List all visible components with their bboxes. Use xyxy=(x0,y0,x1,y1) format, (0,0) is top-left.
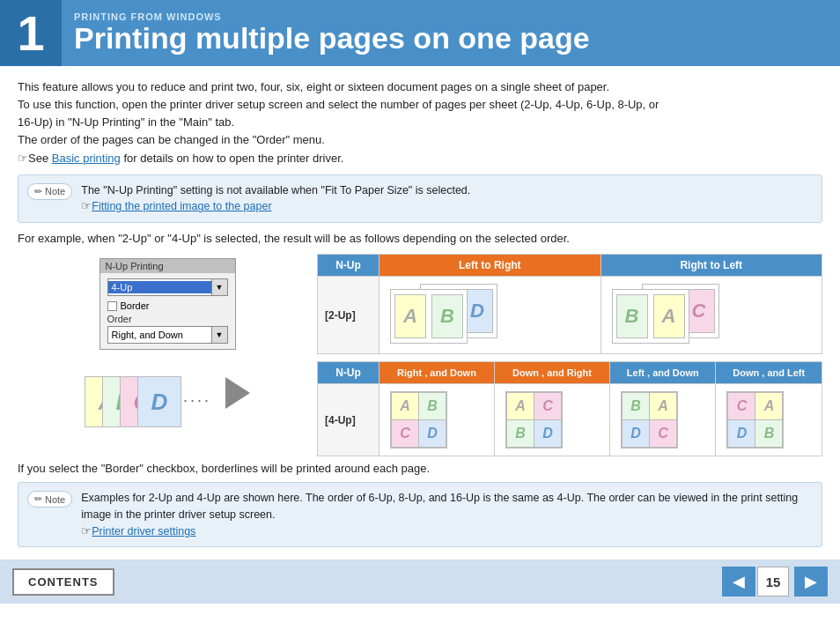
nup-dialog-body: 4-Up ▼ Border Order Right, and Down ▼ xyxy=(100,273,235,349)
basic-printing-link[interactable]: Basic printing xyxy=(52,152,121,165)
4up-dl-c: C xyxy=(728,393,755,419)
table-2up-header-row: N-Up Left to Right Right to Left xyxy=(318,255,822,277)
note-icon-2: ✏ Note xyxy=(27,491,72,508)
border-checkbox[interactable] xyxy=(107,301,117,311)
th-down-left: Down , and Left xyxy=(716,362,822,384)
forward-arrow-icon: ▶ xyxy=(805,572,817,591)
intro-line2: To use this function, open the printer d… xyxy=(18,98,659,111)
contents-button[interactable]: CONTENTS xyxy=(12,568,114,596)
4up-rd-a: A xyxy=(392,393,418,419)
th-ltr: Left to Right xyxy=(379,255,601,277)
right-arrow-icon xyxy=(225,377,250,409)
th-rtl: Right to Left xyxy=(601,255,822,277)
4up-grid-dl: C A D B xyxy=(726,391,784,448)
2up-rtl-front-sheet: B A xyxy=(612,289,689,344)
left-panel: N-Up Printing 4-Up ▼ Border Order Right,… xyxy=(18,254,317,427)
printer-driver-settings-link[interactable]: Printer driver settings xyxy=(92,525,195,537)
back-navigation-button[interactable]: ◀ xyxy=(722,567,755,597)
4up-rd-b: B xyxy=(419,393,446,419)
td-4up-down-left: C A D B xyxy=(716,384,822,456)
th-right-down: Right , and Down xyxy=(379,362,495,384)
fitting-link[interactable]: Fitting the printed image to the paper xyxy=(92,200,271,212)
nup-checkbox-row: Border xyxy=(107,300,228,311)
note2-text: Examples for 2-Up and 4-Up are shown her… xyxy=(81,492,798,521)
th-nup-2up: N-Up xyxy=(318,255,379,277)
nup-dropdown-value: 4-Up xyxy=(108,281,211,293)
note2-content: Examples for 2-Up and 4-Up are shown her… xyxy=(81,490,813,539)
arrow-sample-row: A B C D ···· xyxy=(85,359,250,427)
4up-dl-b: B xyxy=(755,420,782,447)
back-arrow-icon: ◀ xyxy=(733,572,745,591)
header-title: Printing multiple pages on one page xyxy=(74,22,590,55)
nup-dialog-title: N-Up Printing xyxy=(100,259,235,273)
4up-ld-c: C xyxy=(650,420,676,447)
page-header: 1 PRINTING FROM WINDOWS Printing multipl… xyxy=(0,0,840,66)
note2-icon-prefix: ☞ xyxy=(81,525,92,537)
td-4up-right-down: A B C D xyxy=(379,384,495,456)
4up-dr-c: C xyxy=(534,393,561,419)
sample-pages: A B C D ···· xyxy=(85,359,181,427)
nup-dropdown[interactable]: 4-Up ▼ xyxy=(107,278,228,296)
4up-dl-d: D xyxy=(728,420,755,447)
note-box-2: ✏ Note Examples for 2-Up and 4-Up are sh… xyxy=(18,482,822,547)
chapter-number-box: 1 xyxy=(0,0,62,66)
intro-line5-suffix: for details on how to open the printer d… xyxy=(121,152,344,165)
sample-page-d: D xyxy=(137,376,181,427)
right-panel: N-Up Left to Right Right to Left [2-Up] xyxy=(317,254,822,456)
th-nup-4up: N-Up xyxy=(318,362,379,384)
4up-grid-ld: B A D C xyxy=(621,391,678,448)
table-4up-data-row: [4-Up] A B C D xyxy=(318,384,822,456)
note1-content: The "N-Up Printing" setting is not avail… xyxy=(81,182,470,216)
note-icon-1: ✏ Note xyxy=(27,183,72,200)
td-2up-ltr: C D A B xyxy=(379,277,601,354)
main-content: This feature allows you to reduce and pr… xyxy=(0,66,840,554)
intro-line3: 16-Up) in "N-Up Printing" in the "Main" … xyxy=(18,115,234,129)
td-4up-left-down: B A D C xyxy=(610,384,716,456)
intro-line1: This feature allows you to reduce and pr… xyxy=(18,80,609,93)
arrow-container xyxy=(225,377,250,409)
table-2up: N-Up Left to Right Right to Left [2-Up] xyxy=(317,254,822,354)
4up-ld-a: A xyxy=(650,393,676,419)
footer: CONTENTS ◀ 15 ▶ xyxy=(0,560,840,604)
td-4up-down-right: A C B D xyxy=(495,384,610,456)
nup-dropdown-arrow-icon: ▼ xyxy=(211,279,227,295)
th-left-down: Left , and Down xyxy=(610,362,716,384)
4up-dl-a: A xyxy=(755,393,782,419)
2up-ltr-visual: C D A B xyxy=(390,284,505,344)
order-dropdown-arrow-icon: ▼ xyxy=(211,327,227,343)
4up-ld-b: B xyxy=(623,393,649,419)
td-4up-label: [4-Up] xyxy=(318,384,379,456)
2up-b-front: B xyxy=(431,294,463,338)
dots: ···· xyxy=(183,391,211,410)
2up-rtl-visual: D C B A xyxy=(612,284,726,344)
forward-navigation-button[interactable]: ▶ xyxy=(794,567,828,597)
chapter-number: 1 xyxy=(17,9,44,58)
4up-rd-d: D xyxy=(419,420,446,447)
4up-grid-rd: A B C D xyxy=(390,391,447,448)
4up-ld-d: D xyxy=(623,420,649,447)
table-4up: N-Up Right , and Down Down , and Right L… xyxy=(317,361,822,456)
th-down-right: Down , and Right xyxy=(495,362,610,384)
example-text: For example, when "2-Up" or "4-Up" is se… xyxy=(18,232,822,245)
2up-a-front: A xyxy=(394,294,426,338)
header-text-box: PRINTING FROM WINDOWS Printing multiple … xyxy=(62,0,590,66)
header-subtitle: PRINTING FROM WINDOWS xyxy=(74,11,590,22)
order-label: Order xyxy=(107,314,228,324)
order-value: Right, and Down xyxy=(108,329,211,341)
intro-line4: The order of the pages can be changed in… xyxy=(18,133,325,146)
note1-text: The "N-Up Printing" setting is not avail… xyxy=(81,184,470,196)
td-2up-label: [2-Up] xyxy=(318,277,379,354)
intro-line5-prefix: ☞See xyxy=(18,152,52,165)
table-2up-data-row: [2-Up] C D A xyxy=(318,277,822,354)
td-2up-rtl: D C B A xyxy=(601,277,822,354)
page-number: 15 xyxy=(757,567,789,597)
order-dropdown[interactable]: Right, and Down ▼ xyxy=(107,326,228,344)
note-box-1: ✏ Note The "N-Up Printing" setting is no… xyxy=(18,174,822,224)
border-text: If you select the "Border" checkbox, bor… xyxy=(18,462,822,475)
2up-front-sheet: A B xyxy=(390,289,468,344)
4up-dr-b: B xyxy=(507,420,534,447)
4up-rd-c: C xyxy=(392,420,418,447)
4up-grid-dr: A C B D xyxy=(505,391,563,448)
intro-paragraph: This feature allows you to reduce and pr… xyxy=(18,78,822,167)
border-checkbox-label: Border xyxy=(121,300,150,311)
